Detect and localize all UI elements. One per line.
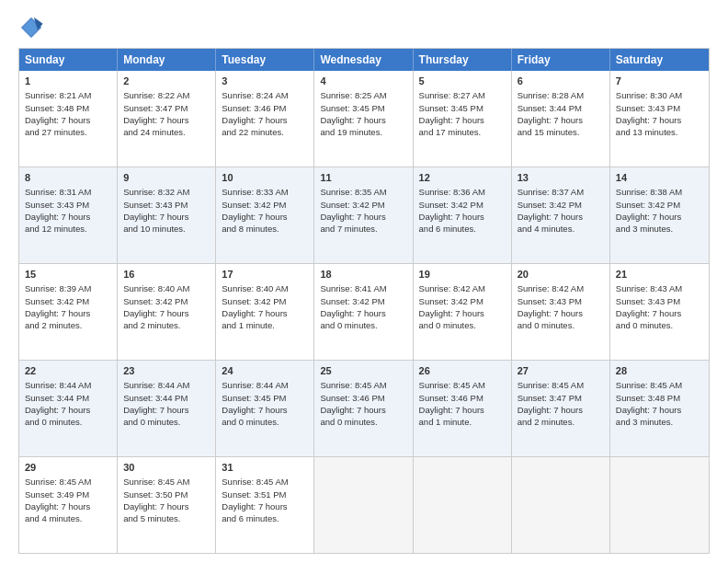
cell-info-line: Daylight: 7 hours bbox=[320, 404, 406, 416]
cell-info-line: Sunset: 3:49 PM bbox=[25, 488, 111, 500]
day-number: 13 bbox=[518, 171, 604, 185]
cell-info-line: Daylight: 7 hours bbox=[123, 307, 210, 319]
cell-info-line: and 15 minutes. bbox=[518, 126, 604, 138]
day-number: 10 bbox=[222, 171, 308, 185]
calendar: SundayMondayTuesdayWednesdayThursdayFrid… bbox=[18, 48, 710, 554]
calendar-header: SundayMondayTuesdayWednesdayThursdayFrid… bbox=[19, 49, 709, 71]
cal-cell: 3Sunrise: 8:24 AMSunset: 3:46 PMDaylight… bbox=[216, 71, 314, 167]
cal-cell: 19Sunrise: 8:42 AMSunset: 3:42 PMDayligh… bbox=[414, 264, 512, 360]
cell-info-line: Sunrise: 8:28 AM bbox=[518, 89, 604, 101]
cell-info-line: and 10 minutes. bbox=[123, 223, 210, 235]
cell-info-line: and 4 minutes. bbox=[25, 512, 111, 524]
cell-info-line: and 7 minutes. bbox=[320, 223, 406, 235]
cell-info-line: Sunrise: 8:35 AM bbox=[320, 186, 406, 198]
cell-info-line: Sunset: 3:43 PM bbox=[25, 199, 111, 211]
cell-info-line: Sunset: 3:42 PM bbox=[419, 295, 506, 307]
cell-info-line: and 13 minutes. bbox=[616, 126, 703, 138]
cell-info-line: Sunrise: 8:27 AM bbox=[419, 89, 506, 101]
cell-info-line: Sunset: 3:42 PM bbox=[222, 199, 308, 211]
day-number: 22 bbox=[25, 364, 111, 378]
cal-cell: 8Sunrise: 8:31 AMSunset: 3:43 PMDaylight… bbox=[19, 167, 118, 263]
cell-info-line: Sunrise: 8:45 AM bbox=[123, 476, 210, 488]
cell-info-line: and 1 minute. bbox=[222, 319, 308, 331]
cal-cell: 9Sunrise: 8:32 AMSunset: 3:43 PMDaylight… bbox=[118, 167, 216, 263]
cell-info-line: Daylight: 7 hours bbox=[616, 211, 703, 223]
cell-info-line: and 12 minutes. bbox=[25, 223, 111, 235]
cell-info-line: Sunset: 3:47 PM bbox=[518, 392, 604, 404]
day-number: 21 bbox=[616, 268, 703, 282]
cell-info-line: Sunrise: 8:45 AM bbox=[518, 379, 604, 391]
day-number: 25 bbox=[320, 364, 406, 378]
cell-info-line: Sunrise: 8:22 AM bbox=[123, 89, 210, 101]
cal-cell: 27Sunrise: 8:45 AMSunset: 3:47 PMDayligh… bbox=[512, 361, 610, 456]
day-number: 30 bbox=[123, 461, 210, 475]
cell-info-line: Sunrise: 8:30 AM bbox=[616, 89, 703, 101]
cell-info-line: Sunrise: 8:44 AM bbox=[222, 379, 308, 391]
cal-cell bbox=[610, 457, 709, 553]
cal-cell: 14Sunrise: 8:38 AMSunset: 3:42 PMDayligh… bbox=[610, 167, 709, 263]
cal-cell: 15Sunrise: 8:39 AMSunset: 3:42 PMDayligh… bbox=[19, 264, 118, 360]
cell-info-line: Sunrise: 8:42 AM bbox=[419, 282, 506, 294]
cal-cell: 2Sunrise: 8:22 AMSunset: 3:47 PMDaylight… bbox=[118, 71, 216, 167]
day-number: 27 bbox=[518, 364, 604, 378]
cal-cell: 1Sunrise: 8:21 AMSunset: 3:48 PMDaylight… bbox=[19, 71, 118, 167]
cal-cell bbox=[314, 457, 413, 553]
day-number: 9 bbox=[123, 171, 210, 185]
cell-info-line: Sunset: 3:42 PM bbox=[222, 295, 308, 307]
cal-cell: 28Sunrise: 8:45 AMSunset: 3:48 PMDayligh… bbox=[610, 361, 709, 456]
cell-info-line: Sunset: 3:43 PM bbox=[123, 199, 210, 211]
cell-info-line: and 1 minute. bbox=[419, 416, 506, 428]
cal-header-cell: Saturday bbox=[610, 49, 709, 71]
cell-info-line: Sunset: 3:42 PM bbox=[320, 199, 406, 211]
cal-row: 8Sunrise: 8:31 AMSunset: 3:43 PMDaylight… bbox=[19, 167, 709, 263]
calendar-body: 1Sunrise: 8:21 AMSunset: 3:48 PMDaylight… bbox=[19, 71, 709, 553]
cal-cell: 10Sunrise: 8:33 AMSunset: 3:42 PMDayligh… bbox=[216, 167, 314, 263]
cell-info-line: Sunset: 3:43 PM bbox=[616, 102, 703, 114]
cell-info-line: Sunrise: 8:45 AM bbox=[222, 476, 308, 488]
day-number: 31 bbox=[222, 461, 308, 475]
cell-info-line: Daylight: 7 hours bbox=[123, 114, 210, 126]
day-number: 7 bbox=[616, 75, 703, 88]
cell-info-line: Sunrise: 8:41 AM bbox=[320, 282, 406, 294]
day-number: 28 bbox=[616, 364, 703, 378]
cell-info-line: Daylight: 7 hours bbox=[222, 307, 308, 319]
cal-header-cell: Thursday bbox=[414, 49, 512, 71]
day-number: 26 bbox=[419, 364, 506, 378]
cal-cell: 6Sunrise: 8:28 AMSunset: 3:44 PMDaylight… bbox=[512, 71, 610, 167]
cal-cell: 16Sunrise: 8:40 AMSunset: 3:42 PMDayligh… bbox=[118, 264, 216, 360]
cell-info-line: Daylight: 7 hours bbox=[419, 404, 506, 416]
cell-info-line: Daylight: 7 hours bbox=[419, 307, 506, 319]
cell-info-line: and 17 minutes. bbox=[419, 126, 506, 138]
cal-cell: 11Sunrise: 8:35 AMSunset: 3:42 PMDayligh… bbox=[314, 167, 413, 263]
cell-info-line: Daylight: 7 hours bbox=[419, 211, 506, 223]
day-number: 20 bbox=[518, 268, 604, 282]
cell-info-line: Sunset: 3:45 PM bbox=[222, 392, 308, 404]
header bbox=[18, 15, 710, 40]
cal-header-cell: Tuesday bbox=[216, 49, 314, 71]
day-number: 1 bbox=[25, 75, 111, 88]
cell-info-line: and 3 minutes. bbox=[616, 416, 703, 428]
cell-info-line: and 0 minutes. bbox=[123, 416, 210, 428]
cell-info-line: Sunrise: 8:33 AM bbox=[222, 186, 308, 198]
cal-cell: 18Sunrise: 8:41 AMSunset: 3:42 PMDayligh… bbox=[314, 264, 413, 360]
cell-info-line: Sunrise: 8:24 AM bbox=[222, 89, 308, 101]
cell-info-line: and 8 minutes. bbox=[222, 223, 308, 235]
cal-cell: 31Sunrise: 8:45 AMSunset: 3:51 PMDayligh… bbox=[216, 457, 314, 553]
cal-header-cell: Monday bbox=[118, 49, 216, 71]
cell-info-line: Daylight: 7 hours bbox=[222, 211, 308, 223]
cell-info-line: Daylight: 7 hours bbox=[616, 404, 703, 416]
cell-info-line: Daylight: 7 hours bbox=[518, 307, 604, 319]
cell-info-line: Sunrise: 8:43 AM bbox=[616, 282, 703, 294]
cell-info-line: Daylight: 7 hours bbox=[222, 114, 308, 126]
cell-info-line: Sunset: 3:43 PM bbox=[518, 295, 604, 307]
cell-info-line: Sunrise: 8:45 AM bbox=[320, 379, 406, 391]
cell-info-line: Sunrise: 8:36 AM bbox=[419, 186, 506, 198]
day-number: 2 bbox=[123, 75, 210, 88]
cell-info-line: Sunset: 3:42 PM bbox=[616, 199, 703, 211]
cell-info-line: Sunset: 3:44 PM bbox=[25, 392, 111, 404]
cal-row: 22Sunrise: 8:44 AMSunset: 3:44 PMDayligh… bbox=[19, 360, 709, 456]
cell-info-line: Sunrise: 8:45 AM bbox=[419, 379, 506, 391]
cell-info-line: Daylight: 7 hours bbox=[616, 114, 703, 126]
day-number: 15 bbox=[25, 268, 111, 282]
cal-cell: 7Sunrise: 8:30 AMSunset: 3:43 PMDaylight… bbox=[610, 71, 709, 167]
